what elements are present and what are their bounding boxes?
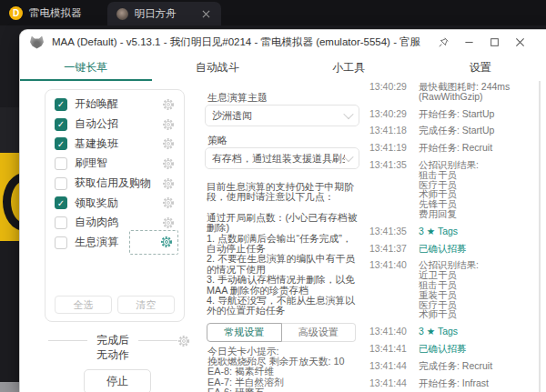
minimize-button[interactable] xyxy=(462,35,476,49)
theme-select[interactable]: 沙洲遗闻 xyxy=(205,105,359,126)
clear-button[interactable]: 清空 xyxy=(117,296,175,314)
tab-close-icon[interactable] xyxy=(201,8,212,19)
log-entry: 13:41:19开始任务: Recruit xyxy=(369,143,533,153)
checkbox[interactable] xyxy=(55,216,67,229)
strategy-value: 有存档，通过组装支援道具刷生息 xyxy=(212,152,345,166)
tab-settings[interactable]: 设置 xyxy=(415,55,546,81)
task-item[interactable]: ✓开始唤醒 xyxy=(55,95,175,115)
after-action-gear-icon[interactable] xyxy=(177,335,190,347)
tip-line: EA-7: 半自然溶剂 xyxy=(207,377,364,387)
checkbox[interactable] xyxy=(55,177,67,190)
log-message: 公招识别结果:近卫干员狙击干员重装干员医疗干员术师干员 xyxy=(419,260,533,319)
note-line: 4. 导航还没写，不能从生息演算以外的位置开始任务 xyxy=(207,296,361,317)
close-button[interactable] xyxy=(513,35,527,49)
chevron-down-icon xyxy=(343,152,353,162)
task-label: 领取奖励 xyxy=(75,196,162,211)
log-entry: 13:41:41已确认招募 xyxy=(369,344,533,354)
tip-line: 挽歌燃烧殆尽 剩余开放天数: 10 xyxy=(207,357,364,367)
checkbox[interactable] xyxy=(55,157,67,170)
gear-icon[interactable] xyxy=(162,118,175,131)
stop-button[interactable]: 停止 xyxy=(84,369,151,392)
task-label: 自动肉鸽 xyxy=(75,215,162,230)
checkbox[interactable]: ✓ xyxy=(55,137,67,150)
settings-tab-general[interactable]: 常规设置 xyxy=(207,323,282,342)
gear-icon[interactable] xyxy=(162,98,175,111)
task-item[interactable]: 刷理智 xyxy=(55,154,175,174)
log-entry: 13:41:18完成任务: StartUp xyxy=(369,126,533,136)
log-time: 13:41:40 xyxy=(369,260,410,319)
log-time: 13:41:44 xyxy=(369,361,410,371)
theme-value: 沙洲遗闻 xyxy=(212,109,252,123)
main-content: ✓开始唤醒✓自动公招✓基建换班刷理智获取信用及购物✓领取奖励自动肉鸽生息演算 全… xyxy=(20,81,546,392)
task-item[interactable]: 生息演算 xyxy=(55,233,175,253)
tab-toolbox[interactable]: 小工具 xyxy=(283,55,415,81)
gear-focus-box[interactable] xyxy=(129,230,178,255)
checkbox[interactable]: ✓ xyxy=(55,118,67,131)
log-time: 13:41:35 xyxy=(369,160,410,219)
settings-tab-advanced[interactable]: 高级设置 xyxy=(282,323,357,342)
game-tab[interactable]: 明日方舟 xyxy=(107,2,221,25)
log-time: 13:40:29 xyxy=(369,109,410,119)
gear-icon[interactable] xyxy=(162,196,175,209)
log-message: 开始任务: StartUp xyxy=(419,109,533,119)
gear-icon[interactable] xyxy=(160,236,173,248)
gear-icon[interactable] xyxy=(162,216,175,229)
log-message: 开始任务: Recruit xyxy=(419,143,533,153)
log-message: 开始任务: Infrast xyxy=(419,378,533,388)
log-entry: 13:41:44完成任务: Recruit xyxy=(369,361,533,371)
task-item[interactable]: ✓自动公招 xyxy=(55,115,175,135)
strategy-select[interactable]: 有存档，通过组装支援道具刷生息 xyxy=(205,147,359,169)
tab-copilot[interactable]: 自动战斗 xyxy=(152,55,284,81)
log-panel: 13:40:29最快截图耗时: 244ms(RawWithGzip)13:40:… xyxy=(369,81,533,392)
checkbox[interactable]: ✓ xyxy=(55,196,67,209)
task-item[interactable]: ✓领取奖励 xyxy=(55,193,175,213)
settings-tabs: 常规设置 高级设置 xyxy=(207,323,356,342)
after-action-divider: 完成后 xyxy=(48,333,177,348)
emulator-tab-bar: 雷电模拟器 明日方舟 xyxy=(0,0,546,25)
log-message: 最快截图耗时: 244ms(RawWithGzip) xyxy=(419,82,533,102)
checkbox[interactable]: ✓ xyxy=(55,98,67,111)
screen: 雷电模拟器 明日方舟 MAA (Default) - v5.13.1 - 我们明… xyxy=(0,0,546,392)
ldplayer-tab-label: 雷电模拟器 xyxy=(29,6,82,20)
after-action-value[interactable]: 无动作 xyxy=(48,347,177,363)
maximize-button[interactable] xyxy=(488,35,501,49)
gear-icon[interactable] xyxy=(162,157,175,170)
gear-icon[interactable] xyxy=(162,177,175,190)
task-item[interactable]: ✓基建换班 xyxy=(55,134,175,154)
theme-label: 生息演算主题 xyxy=(207,91,268,105)
tab-farming[interactable]: 一键长草 xyxy=(20,55,152,81)
strategy-label: 策略 xyxy=(207,134,228,147)
tip-line: EA-8: 褐素纤维 xyxy=(207,367,364,377)
log-time: 13:41:19 xyxy=(369,143,410,153)
task-item[interactable]: 获取信用及购物 xyxy=(55,174,175,194)
task-label: 自动公招 xyxy=(75,116,162,132)
note-line: 目前生息演算的支持仍处于中期阶段，使用时请注意以下几点： xyxy=(207,182,361,203)
log-scrollbar[interactable] xyxy=(539,81,541,392)
log-time: 13:41:35 xyxy=(369,226,410,236)
card-buttons: 全选 清空 xyxy=(55,296,175,314)
task-list: ✓开始唤醒✓自动公招✓基建换班刷理智获取信用及购物✓领取奖励自动肉鸽生息演算 xyxy=(55,95,175,253)
chevron-down-icon xyxy=(343,109,353,119)
log-time: 13:41:44 xyxy=(369,378,410,388)
tip-line: EA-6: 研磨石 xyxy=(207,387,364,392)
log-message: 完成任务: StartUp xyxy=(419,126,533,136)
log-entry: 13:41:37已确认招募 xyxy=(369,244,533,254)
note-line: 2. 不要在生息演算的编队中有干员的情况下使用 xyxy=(207,254,361,275)
task-label: 刷理智 xyxy=(75,156,162,171)
log-message: 公招识别结果:狙击干员医疗干员术师干员先锋干员费用回复 xyxy=(419,160,533,219)
log-message: 完成任务: Recruit xyxy=(419,361,533,371)
note-line: 通过开局刷点数：(小心已有存档被删除) xyxy=(207,213,361,234)
window-titlebar[interactable]: MAA (Default) - v5.13.1 - 我们明日见#0214 - 雷… xyxy=(20,30,546,55)
yellow-banner xyxy=(0,153,20,241)
select-all-button[interactable]: 全选 xyxy=(55,296,112,314)
nav-tabs: 一键长草 自动战斗 小工具 设置 xyxy=(20,55,546,81)
checkbox[interactable] xyxy=(55,236,67,249)
log-list: 13:40:29最快截图耗时: 244ms(RawWithGzip)13:40:… xyxy=(369,82,533,387)
log-message: 已确认招募 xyxy=(419,244,533,254)
log-time: 13:41:41 xyxy=(369,344,410,354)
gear-icon[interactable] xyxy=(162,137,175,150)
window-controls xyxy=(437,35,546,49)
ldplayer-tab[interactable]: 雷电模拟器 xyxy=(0,0,95,25)
pin-button[interactable] xyxy=(437,35,450,49)
log-time: 13:40:29 xyxy=(369,82,410,102)
